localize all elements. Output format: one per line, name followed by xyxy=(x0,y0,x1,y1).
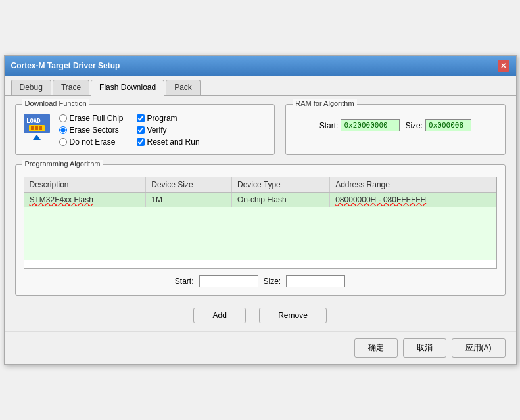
ram-start-label: Start: xyxy=(319,121,339,130)
checkbox-reset-run-input[interactable] xyxy=(137,138,145,146)
algorithm-table: Description Device Size Device Type Addr… xyxy=(24,177,496,260)
col-device-size: Device Size xyxy=(146,177,232,193)
svg-rect-4 xyxy=(35,126,38,130)
table-header-row: Description Device Size Device Type Addr… xyxy=(24,177,496,193)
btn-row: Add Remove xyxy=(15,308,506,323)
title-bar: Cortex-M Target Driver Setup ✕ xyxy=(5,56,516,76)
algorithm-table-container: Description Device Size Device Type Addr… xyxy=(24,177,497,269)
radio-do-not-erase-label: Do not Erase xyxy=(70,137,116,147)
radio-erase-sectors[interactable]: Erase Sectors xyxy=(59,126,124,135)
load-svg: LOAD xyxy=(24,114,50,140)
ram-algorithm-group: RAM for Algorithm Start: Size: xyxy=(285,104,505,155)
checkbox-program-input[interactable] xyxy=(137,114,145,122)
remove-button[interactable]: Remove xyxy=(259,308,327,323)
checkbox-verify-input[interactable] xyxy=(137,126,145,134)
prog-size-input[interactable] xyxy=(286,275,345,287)
radio-erase-full-input[interactable] xyxy=(59,114,67,122)
main-window: Cortex-M Target Driver Setup ✕ Debug Tra… xyxy=(4,55,517,365)
window-title: Cortex-M Target Driver Setup xyxy=(11,61,120,70)
col-device-type: Device Type xyxy=(231,177,329,193)
tab-debug[interactable]: Debug xyxy=(11,80,51,95)
radio-do-not-erase-input[interactable] xyxy=(59,138,67,146)
svg-rect-5 xyxy=(39,126,42,130)
tab-pack[interactable]: Pack xyxy=(166,80,201,95)
tab-bar: Debug Trace Flash Download Pack xyxy=(5,76,516,96)
top-section: Download Function LOAD xyxy=(15,104,506,155)
checkbox-program-label: Program xyxy=(147,114,177,123)
radio-group: Erase Full Chip Erase Sectors Do not Era… xyxy=(59,114,124,147)
main-content: Download Function LOAD xyxy=(5,96,516,331)
checkbox-program[interactable]: Program xyxy=(137,114,200,123)
ram-size-field: Size: xyxy=(405,119,471,131)
radio-erase-full[interactable]: Erase Full Chip xyxy=(59,114,124,123)
download-function-inner: LOAD Er xyxy=(24,114,267,147)
checkbox-reset-run-label: Reset and Run xyxy=(147,137,200,147)
cell-address-range: 08000000H - 080FFFFFH xyxy=(330,193,496,208)
table-row[interactable]: STM32F4xx Flash 1M On-chip Flash 0800000… xyxy=(24,193,496,208)
svg-rect-3 xyxy=(31,126,34,130)
radio-erase-full-label: Erase Full Chip xyxy=(70,114,124,123)
cell-description: STM32F4xx Flash xyxy=(24,193,146,208)
cell-device-size: 1M xyxy=(146,193,232,208)
close-button[interactable]: ✕ xyxy=(498,60,509,72)
ram-algorithm-label: RAM for Algorithm xyxy=(293,99,356,107)
radio-do-not-erase[interactable]: Do not Erase xyxy=(59,137,124,147)
start-size-row: Start: Size: xyxy=(24,275,497,287)
prog-inner: Description Device Size Device Type Addr… xyxy=(24,177,497,287)
checkbox-reset-run[interactable]: Reset and Run xyxy=(137,137,200,147)
checkbox-group: Program Verify Reset and Run xyxy=(137,114,200,147)
download-function-label: Download Function xyxy=(22,99,89,107)
tab-flash-download[interactable]: Flash Download xyxy=(91,80,164,96)
radio-erase-sectors-input[interactable] xyxy=(59,126,67,134)
radio-erase-sectors-label: Erase Sectors xyxy=(70,126,119,135)
apply-button[interactable]: 应用(A) xyxy=(452,338,506,358)
prog-start-label: Start: xyxy=(175,277,194,286)
programming-algorithm-label: Programming Algorithm xyxy=(22,160,103,168)
ram-size-input[interactable] xyxy=(425,119,471,131)
prog-size-label: Size: xyxy=(264,277,281,286)
col-description: Description xyxy=(24,177,146,193)
footer: 确定 取消 应用(A) xyxy=(5,331,516,364)
svg-marker-6 xyxy=(33,135,41,140)
checkbox-verify[interactable]: Verify xyxy=(137,126,200,135)
confirm-button[interactable]: 确定 xyxy=(354,338,398,358)
load-icon: LOAD xyxy=(24,114,50,140)
col-address-range: Address Range xyxy=(330,177,496,193)
add-button[interactable]: Add xyxy=(193,308,246,323)
svg-text:LOAD: LOAD xyxy=(26,118,41,124)
ram-start-field: Start: xyxy=(319,119,400,131)
programming-algorithm-group: Programming Algorithm Description Device… xyxy=(15,164,506,296)
cancel-button[interactable]: 取消 xyxy=(403,338,446,358)
tab-trace[interactable]: Trace xyxy=(53,80,89,95)
cell-device-type: On-chip Flash xyxy=(231,193,329,208)
checkbox-verify-label: Verify xyxy=(147,126,167,135)
download-function-group: Download Function LOAD xyxy=(15,104,275,155)
prog-start-input[interactable] xyxy=(199,275,258,287)
ram-start-input[interactable] xyxy=(341,119,400,131)
ram-inner: Start: Size: xyxy=(294,119,496,131)
ram-size-label: Size: xyxy=(405,121,423,130)
